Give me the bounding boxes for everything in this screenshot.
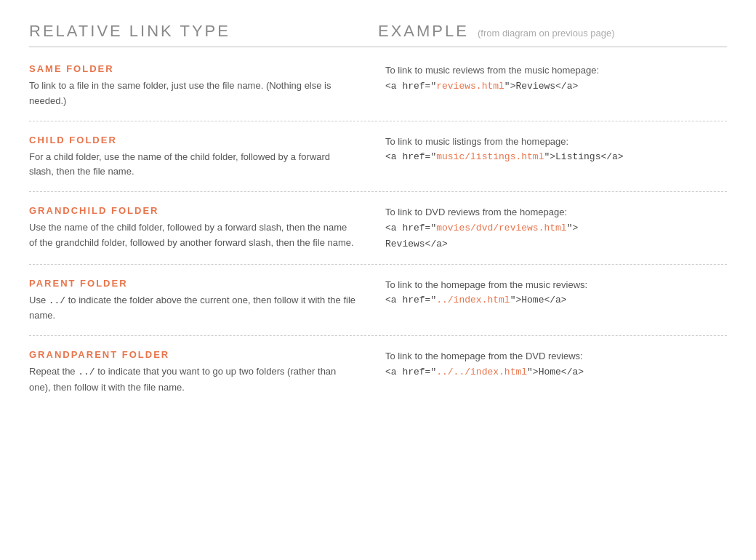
code-suffix-child: ">Listings</a>	[544, 151, 623, 162]
code-inline-parent: ../	[49, 295, 65, 306]
right-col-grandparent-folder: To link to the homepage from the DVD rev…	[378, 349, 727, 396]
right-col-grandchild-folder: To link to DVD reviews from the homepage…	[378, 205, 727, 252]
title-grandparent-folder: GRANDPARENT FOLDER	[29, 349, 356, 360]
row-grandparent-folder: GRANDPARENT FOLDER Repeat the ../ to ind…	[29, 336, 727, 407]
example-subtitle: (from diagram on previous page)	[478, 28, 615, 39]
code-prefix-grandchild: <a href="	[385, 223, 436, 233]
code-parent-folder: <a href="../index.html">Home</a>	[385, 292, 727, 308]
left-col-parent-folder: PARENT FOLDER Use ../ to indicate the fo…	[29, 278, 378, 324]
code-highlight-child: music/listings.html	[436, 151, 544, 162]
code-prefix-child: <a href="	[385, 151, 436, 162]
desc-grandparent-folder: Repeat the ../ to indicate that you want…	[29, 364, 356, 396]
code-prefix-same: <a href="	[385, 81, 436, 92]
example-desc-same-folder: To link to music reviews from the music …	[385, 63, 727, 79]
code-suffix-parent: ">Home</a>	[510, 295, 567, 305]
left-col-grandchild-folder: GRANDCHILD FOLDER Use the name of the ch…	[29, 205, 378, 252]
desc-grandchild-folder: Use the name of the child folder, follow…	[29, 220, 356, 251]
code-child-folder: <a href="music/listings.html">Listings</…	[385, 149, 727, 165]
code-suffix-grandchild: ">	[567, 223, 579, 233]
title-same-folder: SAME FOLDER	[29, 63, 356, 74]
code-prefix-grandparent: <a href="	[385, 367, 436, 377]
code-line2-grandchild: Reviews</a>	[385, 239, 448, 249]
right-col-same-folder: To link to music reviews from the music …	[378, 63, 727, 109]
header-left: RELATIVE LINK TYPE	[29, 22, 378, 41]
title-child-folder: CHILD FOLDER	[29, 135, 356, 145]
code-suffix-grandparent: ">Home</a>	[527, 367, 584, 377]
content-area: SAME FOLDER To link to a file in the sam…	[29, 50, 727, 407]
example-desc-grandchild-folder: To link to DVD reviews from the homepage…	[385, 205, 727, 220]
page-header: RELATIVE LINK TYPE EXAMPLE (from diagram…	[29, 22, 727, 47]
code-suffix-same: ">Reviews</a>	[504, 81, 578, 92]
code-grandchild-folder: <a href="movies/dvd/reviews.html"> Revie…	[385, 220, 727, 252]
example-desc-parent-folder: To link to the homepage from the music r…	[385, 278, 727, 293]
row-same-folder: SAME FOLDER To link to a file in the sam…	[29, 50, 727, 121]
example-desc-child-folder: To link to music listings from the homep…	[385, 135, 727, 150]
title-parent-folder: PARENT FOLDER	[29, 278, 356, 289]
page: RELATIVE LINK TYPE EXAMPLE (from diagram…	[0, 0, 756, 560]
code-highlight-grandparent: ../../index.html	[436, 367, 527, 377]
desc-same-folder: To link to a file in the same folder, ju…	[29, 79, 356, 109]
right-col-child-folder: To link to music listings from the homep…	[378, 135, 727, 180]
row-child-folder: CHILD FOLDER For a child folder, use the…	[29, 121, 727, 193]
left-col-grandparent-folder: GRANDPARENT FOLDER Repeat the ../ to ind…	[29, 349, 378, 396]
header-right: EXAMPLE (from diagram on previous page)	[378, 22, 727, 41]
right-col-parent-folder: To link to the homepage from the music r…	[378, 278, 727, 324]
row-parent-folder: PARENT FOLDER Use ../ to indicate the fo…	[29, 265, 727, 337]
code-inline-grandparent: ../	[78, 367, 94, 377]
code-grandparent-folder: <a href="../../index.html">Home</a>	[385, 364, 727, 380]
left-col-child-folder: CHILD FOLDER For a child folder, use the…	[29, 135, 378, 180]
page-title: RELATIVE LINK TYPE	[29, 22, 230, 40]
code-prefix-parent: <a href="	[385, 295, 436, 305]
example-title: EXAMPLE	[378, 22, 469, 40]
example-desc-grandparent-folder: To link to the homepage from the DVD rev…	[385, 349, 727, 364]
code-same-folder: <a href="reviews.html">Reviews</a>	[385, 79, 727, 95]
desc-parent-folder: Use ../ to indicate the folder above the…	[29, 293, 356, 324]
code-highlight-grandchild: movies/dvd/reviews.html	[436, 223, 566, 233]
desc-child-folder: For a child folder, use the name of the …	[29, 150, 356, 180]
title-grandchild-folder: GRANDCHILD FOLDER	[29, 205, 356, 216]
row-grandchild-folder: GRANDCHILD FOLDER Use the name of the ch…	[29, 192, 727, 264]
left-col-same-folder: SAME FOLDER To link to a file in the sam…	[29, 63, 378, 109]
code-highlight-same: reviews.html	[436, 81, 504, 92]
code-highlight-parent: ../index.html	[436, 295, 510, 305]
